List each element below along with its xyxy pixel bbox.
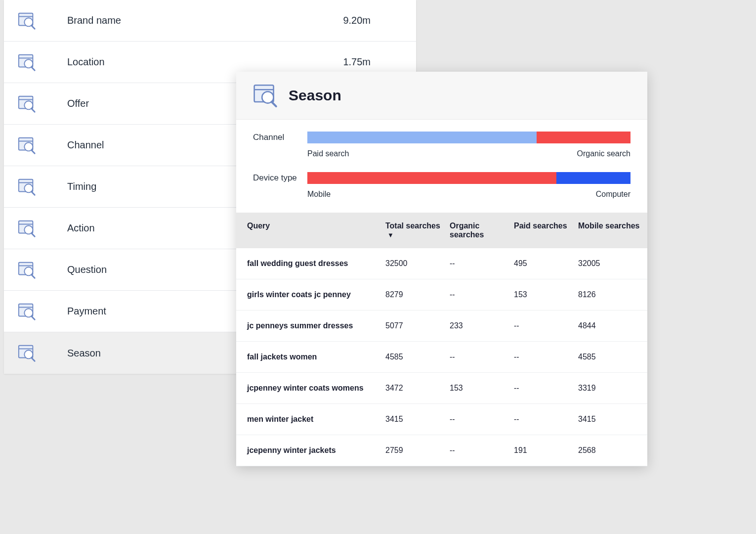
device-bar-label: Device type <box>253 172 307 183</box>
table-row[interactable]: jcepenny winter jackets2759--1912568 <box>236 435 647 466</box>
channel-left-legend: Paid search <box>307 149 349 158</box>
category-value: 9.20m <box>343 15 402 26</box>
cell-total: 4585 <box>385 353 450 361</box>
window-search-icon <box>18 53 37 72</box>
window-search-icon <box>18 94 37 113</box>
channel-right-legend: Organic search <box>577 149 631 158</box>
window-search-icon <box>18 302 37 321</box>
cell-mobile: 32005 <box>578 259 642 268</box>
category-value: 1.75m <box>343 56 402 68</box>
device-right-legend: Computer <box>596 190 630 199</box>
col-header-paid[interactable]: Paid searches <box>514 222 578 230</box>
channel-bar-label: Channel <box>253 132 307 142</box>
window-search-icon <box>18 11 37 30</box>
cell-query: jc penneys summer dresses <box>247 321 385 330</box>
category-row[interactable]: Brand name9.20m <box>4 0 416 42</box>
cell-organic: -- <box>450 290 514 299</box>
category-label: Brand name <box>67 15 343 26</box>
channel-bar-track <box>307 132 630 143</box>
channel-bar-row: Channel Paid search Organic search <box>253 132 630 158</box>
cell-query: jcpenney winter coats womens <box>247 384 385 393</box>
col-header-mobile[interactable]: Mobile searches <box>578 222 642 230</box>
table-row[interactable]: jcpenney winter coats womens3472153--331… <box>236 373 647 404</box>
device-left-legend: Mobile <box>307 190 331 199</box>
cell-mobile: 4844 <box>578 321 642 330</box>
category-label: Location <box>67 56 343 68</box>
device-bar-legend: Mobile Computer <box>307 190 630 199</box>
table-row[interactable]: jc penneys summer dresses5077233--4844 <box>236 311 647 342</box>
col-header-organic[interactable]: Organic searches <box>450 222 514 239</box>
cell-organic: 153 <box>450 384 514 393</box>
device-bar-container: Mobile Computer <box>307 172 630 199</box>
cell-mobile: 4585 <box>578 353 642 361</box>
cell-total: 3472 <box>385 384 450 393</box>
window-search-icon <box>18 344 37 362</box>
channel-bar-legend: Paid search Organic search <box>307 149 630 158</box>
cell-paid: 191 <box>514 446 578 455</box>
cell-paid: 153 <box>514 290 578 299</box>
window-search-icon <box>18 136 37 155</box>
col-header-total[interactable]: Total searches ▼ <box>385 222 450 239</box>
cell-organic: -- <box>450 259 514 268</box>
detail-panel: Season Channel Paid search Organic searc… <box>236 72 647 466</box>
cell-organic: 233 <box>450 321 514 330</box>
cell-mobile: 3319 <box>578 384 642 393</box>
panel-title: Season <box>289 87 341 104</box>
query-table: Query Total searches ▼ Organic searches … <box>236 213 647 466</box>
table-row[interactable]: fall wedding guest dresses32500--4953200… <box>236 248 647 279</box>
cell-paid: -- <box>514 353 578 361</box>
window-search-icon <box>18 219 37 238</box>
cell-organic: -- <box>450 446 514 455</box>
col-header-total-label: Total searches <box>385 222 440 230</box>
cell-organic: -- <box>450 415 514 424</box>
cell-mobile: 2568 <box>578 446 642 455</box>
cell-total: 2759 <box>385 446 450 455</box>
table-row[interactable]: girls winter coats jc penney8279--153812… <box>236 279 647 311</box>
cell-total: 32500 <box>385 259 450 268</box>
cell-total: 3415 <box>385 415 450 424</box>
table-row[interactable]: men winter jacket3415----3415 <box>236 404 647 435</box>
window-search-icon <box>18 261 37 279</box>
window-search-icon <box>253 83 279 108</box>
query-table-header: Query Total searches ▼ Organic searches … <box>236 213 647 248</box>
cell-mobile: 8126 <box>578 290 642 299</box>
channel-bar-organic-segment <box>537 132 630 143</box>
device-bar-computer-segment <box>556 172 630 184</box>
cell-query: fall jackets women <box>247 353 385 361</box>
sort-desc-icon: ▼ <box>387 231 394 239</box>
device-bar-mobile-segment <box>307 172 556 184</box>
channel-bar-paid-segment <box>307 132 537 143</box>
cell-paid: -- <box>514 321 578 330</box>
device-bar-row: Device type Mobile Computer <box>253 172 630 199</box>
panel-header: Season <box>236 72 647 120</box>
cell-query: men winter jacket <box>247 415 385 424</box>
cell-mobile: 3415 <box>578 415 642 424</box>
channel-bar-container: Paid search Organic search <box>307 132 630 158</box>
col-header-query[interactable]: Query <box>247 222 385 230</box>
cell-paid: -- <box>514 384 578 393</box>
cell-query: jcepenny winter jackets <box>247 446 385 455</box>
cell-query: fall wedding guest dresses <box>247 259 385 268</box>
cell-paid: -- <box>514 415 578 424</box>
distribution-bars: Channel Paid search Organic search Devic… <box>236 120 647 213</box>
cell-total: 8279 <box>385 290 450 299</box>
table-row[interactable]: fall jackets women4585----4585 <box>236 342 647 373</box>
device-bar-track <box>307 172 630 184</box>
window-search-icon <box>18 178 37 196</box>
cell-total: 5077 <box>385 321 450 330</box>
cell-organic: -- <box>450 353 514 361</box>
query-table-body: fall wedding guest dresses32500--4953200… <box>236 248 647 466</box>
cell-paid: 495 <box>514 259 578 268</box>
cell-query: girls winter coats jc penney <box>247 290 385 299</box>
